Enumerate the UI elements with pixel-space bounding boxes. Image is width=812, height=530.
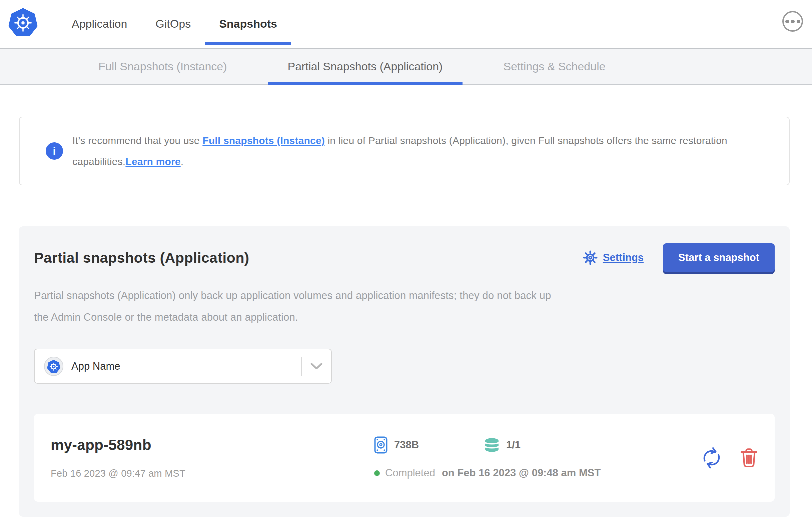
database-icon bbox=[484, 438, 499, 452]
panel-description: Partial snapshots (Application) only bac… bbox=[34, 285, 775, 328]
snapshots-subnav: Full Snapshots (Instance) Partial Snapsh… bbox=[0, 48, 812, 85]
gear-icon bbox=[583, 250, 598, 265]
status-timestamp: on Feb 16 2023 @ 09:48 am MST bbox=[442, 467, 600, 479]
settings-link-label: Settings bbox=[603, 252, 643, 264]
trash-icon bbox=[740, 448, 758, 468]
snapshot-row[interactable]: my-app-589nb Feb 16 2023 @ 09:47 am MST … bbox=[34, 414, 775, 502]
panel-description-line1: Partial snapshots (Application) only bac… bbox=[34, 285, 775, 306]
status-dot bbox=[374, 470, 380, 476]
info-text-pre: It’s recommend that you use bbox=[72, 135, 202, 146]
ellipsis-icon bbox=[797, 20, 800, 23]
app-name-selector[interactable]: App Name bbox=[34, 349, 332, 384]
start-snapshot-button[interactable]: Start a snapshot bbox=[663, 243, 775, 272]
snapshot-name: my-app-589nb bbox=[51, 437, 374, 453]
snapshot-details: 738B 1/1 Completed on Feb 16 2023 @ 09:4… bbox=[374, 436, 701, 479]
tab-gitops[interactable]: GitOps bbox=[155, 17, 191, 30]
info-icon: i bbox=[46, 142, 63, 160]
tab-application[interactable]: Application bbox=[72, 17, 127, 30]
panel-title: Partial snapshots (Application) bbox=[34, 250, 249, 266]
info-banner-text: It’s recommend that you use Full snapsho… bbox=[72, 130, 775, 172]
learn-more-link[interactable]: Learn more bbox=[126, 156, 180, 167]
snapshot-settings-link[interactable]: Settings bbox=[583, 250, 643, 265]
disk-icon bbox=[374, 436, 388, 454]
panel-description-line2: the Admin Console or the metadata about … bbox=[34, 306, 775, 328]
partial-snapshots-panel: Partial snapshots (Application) Settings… bbox=[19, 226, 790, 517]
restore-snapshot-button[interactable] bbox=[701, 447, 723, 469]
status-label: Completed bbox=[385, 467, 435, 479]
snapshot-size-value: 738B bbox=[394, 439, 419, 451]
overflow-menu-button[interactable] bbox=[782, 11, 803, 32]
info-text-post: . bbox=[181, 156, 184, 167]
kubernetes-logo-icon bbox=[8, 8, 38, 37]
kubernetes-app-icon bbox=[44, 357, 63, 376]
snapshot-volumes-metric: 1/1 bbox=[484, 438, 521, 452]
primary-tabs: Application GitOps Snapshots bbox=[72, 0, 277, 48]
snapshot-size-metric: 738B bbox=[374, 436, 484, 454]
tab-partial-snapshots-application[interactable]: Partial Snapshots (Application) bbox=[268, 49, 463, 84]
full-snapshots-instance-link[interactable]: Full snapshots (Instance) bbox=[202, 135, 325, 146]
ellipsis-icon bbox=[785, 20, 789, 23]
snapshot-volumes-value: 1/1 bbox=[506, 439, 521, 451]
tab-settings-schedule[interactable]: Settings & Schedule bbox=[483, 49, 625, 84]
panel-header: Partial snapshots (Application) Settings… bbox=[34, 242, 775, 273]
info-banner: i It’s recommend that you use Full snaps… bbox=[19, 117, 790, 185]
restore-icon bbox=[701, 447, 723, 469]
snapshot-actions bbox=[701, 447, 758, 469]
tab-snapshots[interactable]: Snapshots bbox=[219, 17, 277, 30]
ellipsis-icon bbox=[791, 20, 795, 23]
delete-snapshot-button[interactable] bbox=[740, 448, 758, 468]
chevron-down-icon bbox=[302, 362, 331, 370]
top-nav: Application GitOps Snapshots bbox=[0, 0, 812, 48]
snapshot-created-date: Feb 16 2023 @ 09:47 am MST bbox=[51, 468, 374, 479]
tab-full-snapshots-instance[interactable]: Full Snapshots (Instance) bbox=[78, 49, 247, 84]
snapshot-summary: my-app-589nb Feb 16 2023 @ 09:47 am MST bbox=[51, 437, 374, 479]
app-selector-value: App Name bbox=[71, 360, 120, 372]
snapshot-status: Completed on Feb 16 2023 @ 09:48 am MST bbox=[374, 467, 701, 479]
snapshot-metrics: 738B 1/1 bbox=[374, 436, 701, 454]
